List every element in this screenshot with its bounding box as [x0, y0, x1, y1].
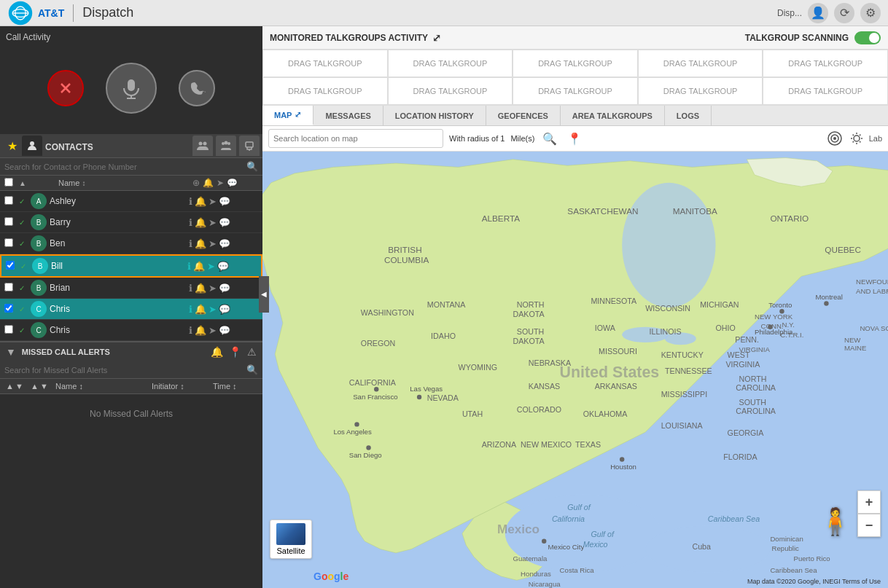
- talkgroup-slot-10[interactable]: DRAG TALKGROUP: [763, 77, 888, 105]
- map-search-icon[interactable]: 🔍: [540, 129, 559, 148]
- chris2-info-icon[interactable]: ℹ: [189, 325, 192, 336]
- tab-map[interactable]: MAP ⤢: [262, 106, 313, 125]
- missed-calls-location-icon[interactable]: 📍: [229, 346, 241, 358]
- talkgroup-slot-1[interactable]: DRAG TALKGROUP: [262, 50, 388, 77]
- talkgroup-slot-5[interactable]: DRAG TALKGROUP: [763, 50, 888, 77]
- contact-row-ben[interactable]: ✓ B Ben ℹ 🔔 ➤ 💬: [0, 233, 262, 254]
- barry-chat-icon[interactable]: 💬: [219, 217, 230, 228]
- contact-row-chris1[interactable]: ✓ C Chris ℹ 🔔 ➤ 💬: [0, 299, 262, 320]
- favorites-tab[interactable]: ★: [3, 136, 22, 156]
- end-call-button[interactable]: [47, 70, 84, 106]
- chris1-info-icon[interactable]: ℹ: [189, 304, 192, 315]
- contact-row-chris2[interactable]: ✓ C Chris ℹ 🔔 ➤ 💬: [0, 320, 262, 341]
- barry-checkbox[interactable]: [4, 217, 13, 226]
- talkgroup-slot-3[interactable]: DRAG TALKGROUP: [513, 50, 638, 77]
- chris2-alert-icon[interactable]: 🔔: [195, 325, 206, 336]
- zoom-out-button[interactable]: −: [857, 514, 881, 537]
- brian-locate-icon[interactable]: ➤: [209, 283, 217, 294]
- chris2-checkbox[interactable]: [4, 325, 13, 334]
- talkgroup-slot-7[interactable]: DRAG TALKGROUP: [388, 77, 513, 105]
- groups-tab[interactable]: [192, 136, 213, 156]
- contacts-search-input[interactable]: [4, 162, 246, 171]
- tab-logs[interactable]: LOGS: [665, 106, 712, 125]
- map-pin-icon[interactable]: 📍: [565, 129, 584, 148]
- brian-alert-icon[interactable]: 🔔: [195, 283, 206, 294]
- talkgroup-slot-4[interactable]: DRAG TALKGROUP: [638, 50, 763, 77]
- chris2-chat-icon[interactable]: 💬: [219, 325, 230, 336]
- missed-calls-expand-icon[interactable]: ▼: [6, 346, 16, 358]
- broadcast-tab[interactable]: [239, 136, 260, 156]
- ashley-chat-icon[interactable]: 💬: [219, 196, 230, 207]
- settings-icon[interactable]: ⚙: [860, 3, 881, 23]
- brian-chat-icon[interactable]: 💬: [219, 283, 230, 294]
- name-column-header[interactable]: Name ↕: [58, 179, 192, 187]
- map-labels-text[interactable]: Lab: [869, 134, 882, 143]
- missed-name-col-header[interactable]: Name ↕: [55, 382, 149, 391]
- tab-area-talkgroups[interactable]: AREA TALKGROUPS: [561, 106, 665, 125]
- bill-checkbox[interactable]: [6, 261, 15, 270]
- ashley-info-icon[interactable]: ℹ: [189, 196, 192, 207]
- chris2-locate-icon[interactable]: ➤: [209, 325, 217, 336]
- chris1-checkbox[interactable]: [4, 304, 13, 313]
- contact-row-barry[interactable]: ✓ B Barry ℹ 🔔 ➤ 💬: [0, 212, 262, 233]
- map-tab-expand-icon[interactable]: ⤢: [295, 110, 301, 119]
- barry-locate-icon[interactable]: ➤: [209, 217, 217, 228]
- bill-chat-icon[interactable]: 💬: [217, 261, 229, 272]
- chris1-locate-icon[interactable]: ➤: [209, 304, 217, 315]
- ashley-alert-icon[interactable]: 🔔: [195, 196, 206, 207]
- barry-alert-icon[interactable]: 🔔: [195, 217, 206, 228]
- chris1-alert-icon[interactable]: 🔔: [195, 304, 206, 315]
- refresh-icon[interactable]: ⟳: [834, 3, 854, 23]
- contacts-search-icon[interactable]: 🔍: [246, 161, 258, 172]
- street-view-pegman[interactable]: 🧍: [819, 506, 852, 537]
- zoom-in-button[interactable]: +: [857, 490, 881, 514]
- tab-messages[interactable]: MESSAGES: [313, 106, 383, 125]
- contact-row-brian[interactable]: ✓ B Brian ℹ 🔔 ➤ 💬: [0, 278, 262, 299]
- talkgroup-scanning-toggle[interactable]: [854, 31, 881, 44]
- contact-row-ashley[interactable]: ✓ A Ashley ℹ 🔔 ➤ 💬: [0, 191, 262, 212]
- microphone-button[interactable]: [106, 63, 157, 114]
- talkgroup-slot-9[interactable]: DRAG TALKGROUP: [638, 77, 763, 105]
- tab-location-history[interactable]: LOCATION HISTORY: [383, 106, 486, 125]
- user-icon[interactable]: 👤: [808, 3, 828, 23]
- map-settings-icon[interactable]: [847, 129, 866, 148]
- talkgroup-slot-6[interactable]: DRAG TALKGROUP: [262, 77, 388, 105]
- panel-collapse-button[interactable]: ◀: [259, 276, 269, 313]
- ben-checkbox[interactable]: [4, 238, 13, 247]
- missed-calls-bell-icon[interactable]: 🔔: [211, 346, 223, 358]
- talkgroup-slot-2[interactable]: DRAG TALKGROUP: [388, 50, 513, 77]
- missed-calls-alert-icon[interactable]: ⚠: [247, 346, 257, 358]
- map-container[interactable]: BRITISH COLUMBIA ALBERTA SASKATCHEWAN MA…: [262, 152, 888, 588]
- hang-up-button[interactable]: [179, 70, 215, 106]
- ashley-checkbox[interactable]: [4, 196, 13, 205]
- svg-text:OKLAHOMA: OKLAHOMA: [583, 409, 628, 418]
- missed-search-icon[interactable]: 🔍: [246, 364, 258, 375]
- select-all-checkbox[interactable]: [4, 178, 13, 187]
- contact-row-bill[interactable]: ✓ B Bill ℹ 🔔 ➤ 💬: [0, 254, 262, 278]
- bill-info-icon[interactable]: ℹ: [187, 261, 191, 272]
- chris1-chat-icon[interactable]: 💬: [219, 304, 230, 315]
- tab-geofences[interactable]: GEOFENCES: [486, 106, 561, 125]
- map-layers-icon[interactable]: [825, 129, 844, 148]
- talkgroup-expand-icon[interactable]: ⤢: [432, 32, 441, 44]
- brian-checkbox[interactable]: [4, 283, 13, 291]
- svg-point-90: [779, 309, 784, 313]
- brian-info-icon[interactable]: ℹ: [189, 283, 192, 294]
- ben-info-icon[interactable]: ℹ: [189, 238, 192, 249]
- missed-search-input[interactable]: [4, 366, 246, 375]
- bill-alert-icon[interactable]: 🔔: [193, 261, 205, 272]
- bill-locate-icon[interactable]: ➤: [207, 261, 215, 272]
- missed-time-col-header[interactable]: Time ↕: [213, 382, 257, 391]
- ben-alert-icon[interactable]: 🔔: [195, 238, 206, 249]
- ben-chat-icon[interactable]: 💬: [219, 238, 230, 249]
- satellite-toggle-button[interactable]: Satellite: [270, 520, 312, 559]
- header-disp-text: Disp...: [777, 8, 802, 18]
- contacts-tab-users[interactable]: [22, 136, 42, 156]
- talkgroup-slot-8[interactable]: DRAG TALKGROUP: [513, 77, 638, 105]
- talkgroups-tab[interactable]: [216, 136, 236, 156]
- map-search-input[interactable]: [268, 129, 443, 148]
- missed-initiator-col-header[interactable]: Initiator ↕: [152, 382, 210, 391]
- ashley-locate-icon[interactable]: ➤: [209, 196, 217, 207]
- ben-locate-icon[interactable]: ➤: [209, 238, 217, 249]
- barry-info-icon[interactable]: ℹ: [189, 217, 192, 228]
